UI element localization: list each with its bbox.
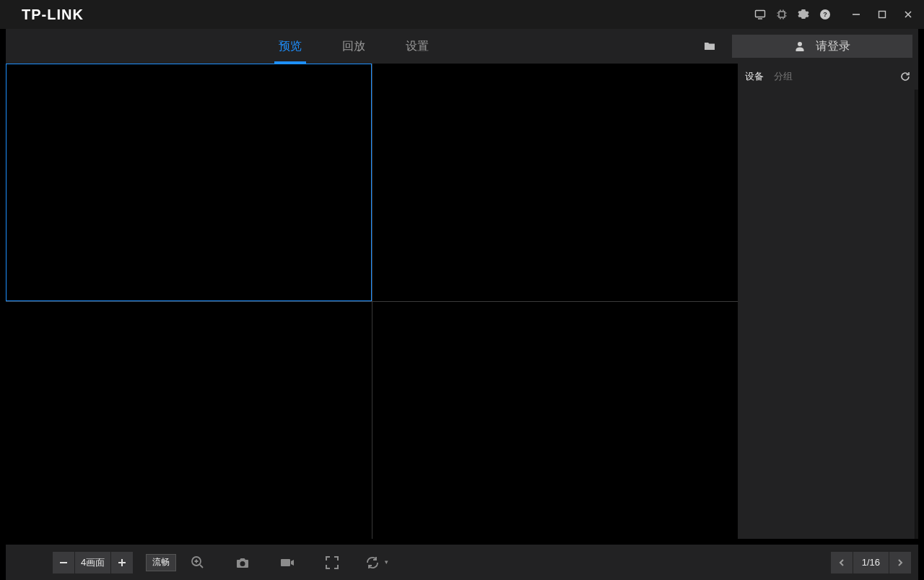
zoom-in-icon[interactable] xyxy=(185,550,211,576)
stream-quality-label: 流畅 xyxy=(152,556,170,568)
main-area: 设备 分组 xyxy=(6,64,918,539)
sidebar-tab-devices[interactable]: 设备 xyxy=(745,70,764,83)
svg-rect-1 xyxy=(779,12,785,17)
stream-quality-button[interactable]: 流畅 xyxy=(146,554,176,571)
nav-bar: 预览 回放 设置 请登录 xyxy=(6,29,918,64)
video-cell-3[interactable] xyxy=(6,302,372,540)
page-next-button[interactable] xyxy=(889,552,911,573)
app-logo: TP-LINK xyxy=(22,7,84,23)
help-icon[interactable]: ? xyxy=(819,8,832,21)
chevron-down-icon: ▼ xyxy=(383,559,389,566)
sidebar-tab-label: 设备 xyxy=(745,71,764,82)
video-grid xyxy=(6,64,738,539)
svg-text:?: ? xyxy=(823,11,827,18)
layout-decrease-button[interactable] xyxy=(53,552,74,573)
login-label: 请登录 xyxy=(816,39,850,54)
rotate-icon[interactable]: ▼ xyxy=(364,550,390,576)
video-icon[interactable] xyxy=(274,550,300,576)
bottom-left: 4画面 流畅 ▼ xyxy=(53,550,390,576)
user-icon xyxy=(794,40,806,52)
svg-rect-0 xyxy=(756,11,765,17)
camera-icon[interactable] xyxy=(230,550,256,576)
sidebar-tab-groups[interactable]: 分组 xyxy=(774,70,793,83)
main-tabs: 预览 回放 设置 xyxy=(258,29,449,64)
screen-icon[interactable] xyxy=(754,8,767,21)
svg-rect-4 xyxy=(879,12,886,18)
tab-preview[interactable]: 预览 xyxy=(258,29,322,64)
folder-icon[interactable] xyxy=(699,29,720,64)
minimize-icon[interactable] xyxy=(847,6,865,23)
titlebar-right: ? xyxy=(754,6,917,23)
tab-label: 设置 xyxy=(406,39,429,54)
maximize-icon[interactable] xyxy=(873,6,891,23)
video-cell-2[interactable] xyxy=(372,64,738,301)
title-bar: TP-LINK ? xyxy=(0,0,924,29)
video-cell-4[interactable] xyxy=(372,302,738,540)
page-prev-button[interactable] xyxy=(831,552,853,573)
layout-count-label: 4画面 xyxy=(75,552,110,573)
fullscreen-icon[interactable] xyxy=(319,550,345,576)
layout-increase-button[interactable] xyxy=(111,552,133,573)
tab-label: 回放 xyxy=(342,39,365,54)
cpu-icon[interactable] xyxy=(775,8,788,21)
device-sidebar: 设备 分组 xyxy=(738,64,918,539)
layout-stepper: 4画面 xyxy=(53,552,133,573)
video-cell-1[interactable] xyxy=(6,64,372,301)
bottom-right: 1/16 xyxy=(831,552,911,573)
refresh-icon[interactable] xyxy=(898,69,912,84)
tab-label: 预览 xyxy=(279,39,302,54)
login-button[interactable]: 请登录 xyxy=(732,35,912,58)
sidebar-scrollbar[interactable] xyxy=(915,90,918,539)
sidebar-tabs: 设备 分组 xyxy=(738,64,918,90)
tab-settings[interactable]: 设置 xyxy=(385,29,449,64)
gear-icon[interactable] xyxy=(797,8,810,21)
device-list xyxy=(738,90,915,539)
bottom-toolbar: 4画面 流畅 ▼ 1/16 xyxy=(6,545,918,580)
video-grid-area xyxy=(6,64,738,539)
close-icon[interactable] xyxy=(899,6,917,23)
tab-playback[interactable]: 回放 xyxy=(322,29,385,64)
page-indicator: 1/16 xyxy=(853,552,889,573)
sidebar-tab-label: 分组 xyxy=(774,71,793,82)
